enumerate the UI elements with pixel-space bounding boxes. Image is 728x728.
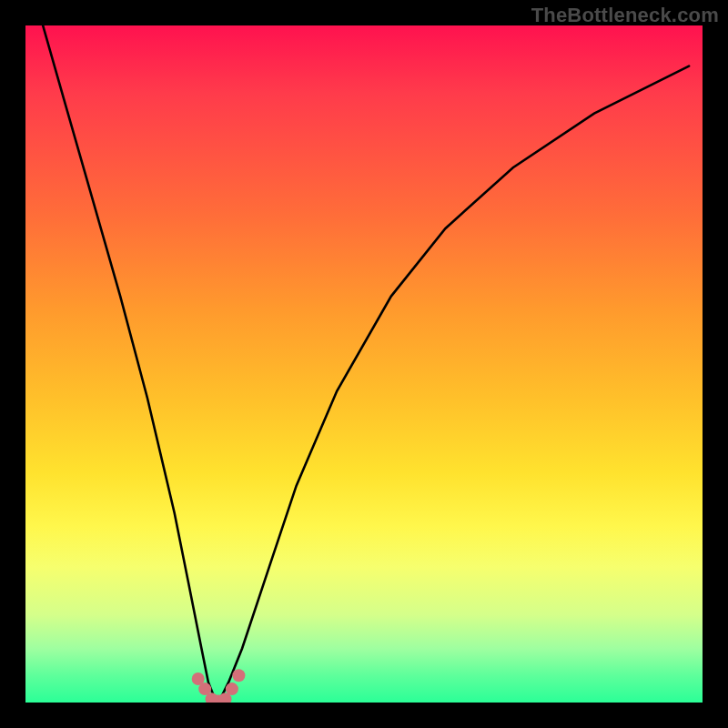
bottleneck-chart-svg bbox=[25, 25, 703, 703]
trough-marker bbox=[226, 682, 238, 695]
chart-plot-area bbox=[25, 25, 703, 703]
watermark-text: TheBottleneck.com bbox=[531, 4, 719, 27]
trough-marker-group bbox=[192, 669, 246, 703]
trough-marker bbox=[232, 669, 245, 682]
bottleneck-curve-line bbox=[39, 25, 689, 699]
